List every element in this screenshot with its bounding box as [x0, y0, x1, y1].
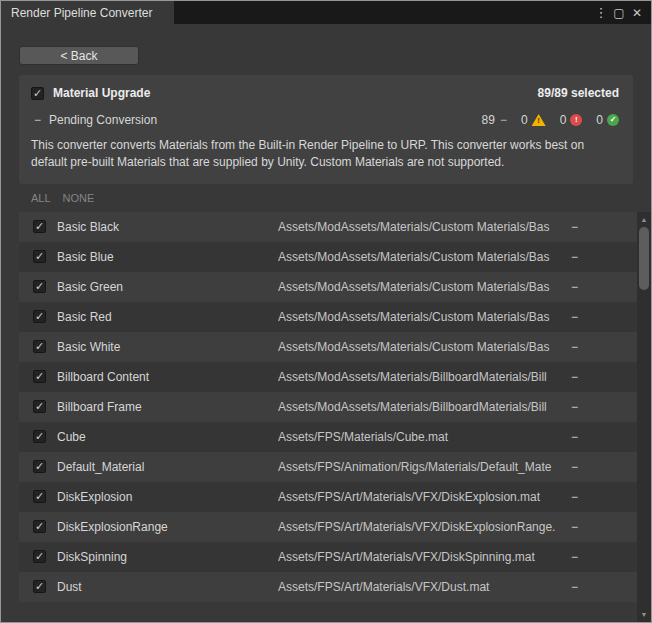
- checkbox-check: ✓: [35, 311, 44, 322]
- scrollbar[interactable]: ▲ ▼: [637, 212, 651, 622]
- list-item[interactable]: ✓ Basic Blue Assets/ModAssets/Materials/…: [19, 242, 637, 272]
- maximize-icon[interactable]: ▢: [610, 1, 628, 24]
- item-checkbox[interactable]: ✓: [33, 400, 46, 413]
- checkbox-check: ✓: [35, 491, 44, 502]
- pending-label: Pending Conversion: [49, 113, 157, 127]
- window-title: Render Pipeline Converter: [11, 6, 152, 20]
- checkbox-check: ✓: [35, 521, 44, 532]
- checkbox-check: ✓: [35, 431, 44, 442]
- warning-count: 0: [521, 113, 528, 127]
- select-none-button[interactable]: NONE: [63, 192, 95, 204]
- list-region: ✓ Basic Black Assets/ModAssets/Materials…: [1, 212, 651, 622]
- checkbox-check: ✓: [35, 221, 44, 232]
- checkbox-check: ✓: [35, 551, 44, 562]
- item-name: Basic Red: [57, 310, 278, 324]
- item-status-icon: −: [571, 220, 637, 234]
- item-status-icon: −: [571, 400, 637, 414]
- item-path: Assets/ModAssets/Materials/Custom Materi…: [278, 340, 571, 354]
- list-item[interactable]: ✓ Basic Green Assets/ModAssets/Materials…: [19, 272, 637, 302]
- item-status-icon: −: [571, 490, 637, 504]
- window-controls: ⋮ ▢ ✕: [592, 1, 651, 24]
- converter-name[interactable]: Material Upgrade: [53, 86, 150, 100]
- item-path: Assets/FPS/Art/Materials/VFX/DiskExplosi…: [278, 520, 571, 534]
- selected-summary: 89/89 selected: [538, 86, 619, 100]
- item-path: Assets/ModAssets/Materials/BillboardMate…: [278, 370, 571, 384]
- checkbox-check: ✓: [35, 371, 44, 382]
- list-item[interactable]: ✓ DiskExplosionRange Assets/FPS/Art/Mate…: [19, 512, 637, 542]
- item-name: Basic Blue: [57, 250, 278, 264]
- item-checkbox[interactable]: ✓: [33, 460, 46, 473]
- item-checkbox[interactable]: ✓: [33, 490, 46, 503]
- list-item[interactable]: ✓ Default_Material Assets/FPS/Animation/…: [19, 452, 637, 482]
- list-item[interactable]: ✓ Basic Red Assets/ModAssets/Materials/C…: [19, 302, 637, 332]
- back-button[interactable]: < Back: [19, 46, 139, 65]
- close-icon[interactable]: ✕: [628, 1, 646, 24]
- item-path: Assets/ModAssets/Materials/Custom Materi…: [278, 310, 571, 324]
- item-path: Assets/FPS/Materials/Cube.mat: [278, 430, 571, 444]
- item-status-icon: −: [571, 460, 637, 474]
- item-checkbox[interactable]: ✓: [33, 280, 46, 293]
- checkbox-check: ✓: [35, 581, 44, 592]
- item-name: Basic Green: [57, 280, 278, 294]
- success-icon: ✓: [607, 114, 619, 126]
- error-count: 0: [560, 113, 567, 127]
- item-status-icon: −: [571, 310, 637, 324]
- item-name: Dust: [57, 580, 278, 594]
- scroll-up-icon[interactable]: ▲: [637, 213, 651, 226]
- item-path: Assets/ModAssets/Materials/Custom Materi…: [278, 220, 571, 234]
- item-checkbox[interactable]: ✓: [33, 250, 46, 263]
- item-status-icon: −: [571, 430, 637, 444]
- item-checkbox[interactable]: ✓: [33, 220, 46, 233]
- item-status-icon: −: [571, 250, 637, 264]
- item-name: Basic White: [57, 340, 278, 354]
- item-path: Assets/FPS/Art/Materials/VFX/DiskExplosi…: [278, 490, 571, 504]
- item-name: DiskExplosion: [57, 490, 278, 504]
- item-status-icon: −: [571, 280, 637, 294]
- item-path: Assets/ModAssets/Materials/Custom Materi…: [278, 280, 571, 294]
- item-name: Cube: [57, 430, 278, 444]
- titlebar: Render Pipeline Converter ⋮ ▢ ✕: [1, 1, 651, 24]
- list-item[interactable]: ✓ Basic White Assets/ModAssets/Materials…: [19, 332, 637, 362]
- item-checkbox[interactable]: ✓: [33, 430, 46, 443]
- checkbox-check: ✓: [35, 281, 44, 292]
- window-menu-icon[interactable]: ⋮: [592, 1, 610, 24]
- checkbox-check: ✓: [35, 461, 44, 472]
- item-checkbox[interactable]: ✓: [33, 370, 46, 383]
- success-count: 0: [596, 113, 603, 127]
- list-item[interactable]: ✓ Cube Assets/FPS/Materials/Cube.mat −: [19, 422, 637, 452]
- pending-row: − Pending Conversion 89 − 0 ! 0 ! 0 ✓: [31, 113, 619, 127]
- item-checkbox[interactable]: ✓: [33, 520, 46, 533]
- scrollbar-thumb[interactable]: [639, 227, 649, 290]
- checkbox-check: ✓: [35, 401, 44, 412]
- converter-checkbox[interactable]: ✓: [31, 87, 44, 100]
- list-item[interactable]: ✓ Basic Black Assets/ModAssets/Materials…: [19, 212, 637, 242]
- select-all-button[interactable]: ALL: [31, 192, 51, 204]
- list-item[interactable]: ✓ Billboard Frame Assets/ModAssets/Mater…: [19, 392, 637, 422]
- item-name: Billboard Content: [57, 370, 278, 384]
- item-path: Assets/FPS/Art/Materials/VFX/Dust.mat: [278, 580, 571, 594]
- checkbox-check: ✓: [35, 251, 44, 262]
- collapse-minus-icon[interactable]: −: [34, 113, 49, 127]
- item-name: Basic Black: [57, 220, 278, 234]
- list-item[interactable]: ✓ Dust Assets/FPS/Art/Materials/VFX/Dust…: [19, 572, 637, 602]
- item-path: Assets/FPS/Art/Materials/VFX/DiskSpinnin…: [278, 550, 571, 564]
- item-name: DiskExplosionRange: [57, 520, 278, 534]
- window-tab[interactable]: Render Pipeline Converter: [1, 1, 174, 24]
- item-status-icon: −: [571, 550, 637, 564]
- pending-count: 89: [482, 113, 495, 127]
- item-status-icon: −: [571, 580, 637, 594]
- item-name: DiskSpinning: [57, 550, 278, 564]
- scroll-down-icon[interactable]: ▼: [637, 608, 651, 621]
- list-item[interactable]: ✓ DiskSpinning Assets/FPS/Art/Materials/…: [19, 542, 637, 572]
- warning-icon: !: [532, 114, 546, 126]
- item-checkbox[interactable]: ✓: [33, 550, 46, 563]
- item-checkbox[interactable]: ✓: [33, 340, 46, 353]
- list-item[interactable]: ✓ Billboard Content Assets/ModAssets/Mat…: [19, 362, 637, 392]
- selection-controls: ALL NONE: [31, 192, 651, 204]
- item-checkbox[interactable]: ✓: [33, 310, 46, 323]
- list-item[interactable]: ✓ DiskExplosion Assets/FPS/Art/Materials…: [19, 482, 637, 512]
- pending-status-icon: −: [500, 113, 507, 127]
- converter-description: This converter converts Materials from t…: [31, 137, 619, 172]
- converter-header-row: ✓ Material Upgrade 89/89 selected: [31, 86, 619, 100]
- item-checkbox[interactable]: ✓: [33, 580, 46, 593]
